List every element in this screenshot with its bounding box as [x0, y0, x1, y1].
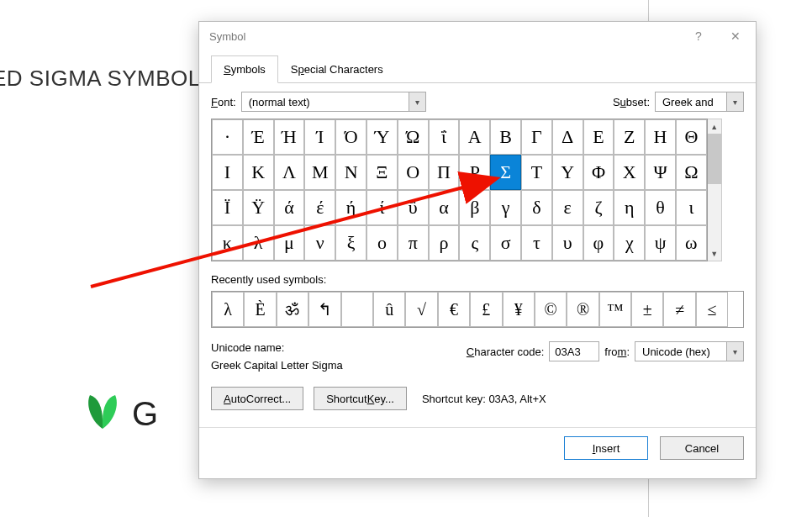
- recent-symbol-cell[interactable]: ≤: [696, 292, 728, 327]
- symbol-cell[interactable]: Σ: [490, 155, 521, 190]
- symbol-cell[interactable]: ε: [552, 190, 583, 225]
- recent-symbol-cell[interactable]: ±: [631, 292, 663, 327]
- symbol-cell[interactable]: ή: [335, 190, 366, 225]
- recent-symbol-cell[interactable]: È: [244, 292, 276, 327]
- scroll-up-button[interactable]: ▲: [708, 119, 721, 134]
- symbol-cell[interactable]: Ό: [335, 119, 366, 155]
- symbol-cell[interactable]: τ: [521, 225, 552, 261]
- symbol-cell[interactable]: Π: [429, 155, 460, 190]
- symbol-cell[interactable]: έ: [304, 190, 335, 225]
- recent-symbol-cell[interactable]: ™: [599, 292, 631, 327]
- symbol-cell[interactable]: Ύ: [366, 119, 398, 155]
- symbol-cell[interactable]: Β: [490, 119, 521, 155]
- symbol-cell[interactable]: ν: [304, 225, 335, 261]
- symbol-cell[interactable]: Ϊ: [212, 190, 243, 225]
- symbol-cell[interactable]: α: [429, 190, 460, 225]
- symbol-cell[interactable]: Ρ: [459, 155, 490, 190]
- symbol-cell[interactable]: Λ: [274, 155, 305, 190]
- symbol-cell[interactable]: ά: [274, 190, 305, 225]
- scroll-thumb[interactable]: [708, 134, 721, 184]
- symbol-cell[interactable]: ς: [459, 225, 490, 261]
- recent-symbol-cell[interactable]: ≠: [663, 292, 695, 327]
- symbol-cell[interactable]: Κ: [243, 155, 274, 190]
- recent-symbol-cell[interactable]: λ: [212, 292, 244, 327]
- symbol-cell[interactable]: ·: [212, 119, 243, 155]
- symbol-cell[interactable]: Ώ: [398, 119, 429, 155]
- symbol-cell[interactable]: Ψ: [645, 155, 676, 190]
- symbol-cell[interactable]: Φ: [583, 155, 614, 190]
- symbol-cell[interactable]: ο: [366, 225, 398, 261]
- symbol-cell[interactable]: Ί: [304, 119, 335, 155]
- symbol-cell[interactable]: ξ: [335, 225, 366, 261]
- recent-symbol-cell[interactable]: √: [405, 292, 437, 327]
- symbol-cell[interactable]: ζ: [583, 190, 614, 225]
- symbol-cell[interactable]: π: [398, 225, 429, 261]
- recent-symbol-cell[interactable]: [341, 292, 373, 327]
- font-select-chevron[interactable]: ▾: [409, 92, 425, 111]
- symbol-cell[interactable]: Χ: [614, 155, 645, 190]
- symbol-cell[interactable]: γ: [490, 190, 521, 225]
- symbol-cell[interactable]: Τ: [521, 155, 552, 190]
- symbol-cell[interactable]: χ: [614, 225, 645, 261]
- symbol-cell[interactable]: Ν: [335, 155, 366, 190]
- symbol-cell[interactable]: Ξ: [366, 155, 398, 190]
- symbol-cell[interactable]: λ: [243, 225, 274, 261]
- symbol-cell[interactable]: Ζ: [614, 119, 645, 155]
- symbol-cell[interactable]: Ο: [398, 155, 429, 190]
- grid-scrollbar[interactable]: ▲ ▼: [708, 119, 722, 261]
- symbol-cell[interactable]: Δ: [552, 119, 583, 155]
- close-button[interactable]: ✕: [717, 24, 754, 49]
- recent-symbol-cell[interactable]: ↰: [308, 292, 340, 327]
- symbol-cell[interactable]: Ε: [583, 119, 614, 155]
- unicode-name-label: Unicode name:: [211, 341, 460, 354]
- from-select-chevron[interactable]: ▾: [726, 342, 743, 361]
- symbol-cell[interactable]: Γ: [521, 119, 552, 155]
- symbol-cell[interactable]: δ: [521, 190, 552, 225]
- symbol-cell[interactable]: ψ: [645, 225, 676, 261]
- recent-symbol-cell[interactable]: £: [470, 292, 502, 327]
- recent-symbol-cell[interactable]: ®: [567, 292, 598, 327]
- symbol-cell[interactable]: Ϋ: [243, 190, 274, 225]
- symbol-cell[interactable]: ω: [676, 225, 707, 261]
- symbol-cell[interactable]: ι: [676, 190, 707, 225]
- symbol-cell[interactable]: Υ: [552, 155, 583, 190]
- symbol-cell[interactable]: μ: [274, 225, 305, 261]
- symbol-cell[interactable]: Ω: [676, 155, 707, 190]
- symbol-cell[interactable]: Έ: [243, 119, 274, 155]
- subset-select[interactable]: Greek and ▾: [655, 92, 744, 112]
- char-code-input[interactable]: [549, 341, 599, 361]
- help-button[interactable]: ?: [680, 24, 717, 49]
- symbol-cell[interactable]: Ι: [212, 155, 243, 190]
- scroll-down-button[interactable]: ▼: [708, 246, 721, 261]
- symbol-cell[interactable]: ΐ: [429, 119, 460, 155]
- recent-symbol-cell[interactable]: ©: [535, 292, 567, 327]
- recent-symbol-cell[interactable]: û: [373, 292, 405, 327]
- symbol-cell[interactable]: σ: [490, 225, 521, 261]
- font-select[interactable]: (normal text) ▾: [241, 92, 426, 112]
- recent-symbol-cell[interactable]: ¥: [503, 292, 535, 327]
- symbol-cell[interactable]: θ: [645, 190, 676, 225]
- symbol-cell[interactable]: φ: [583, 225, 614, 261]
- symbol-cell[interactable]: Ή: [274, 119, 305, 155]
- symbol-cell[interactable]: Μ: [304, 155, 335, 190]
- subset-select-chevron[interactable]: ▾: [726, 92, 743, 111]
- autocorrect-button[interactable]: AutoCorrect...: [211, 387, 303, 410]
- symbol-cell[interactable]: Α: [459, 119, 490, 155]
- shortcut-key-button[interactable]: Shortcut Key...: [314, 387, 407, 410]
- symbol-cell[interactable]: κ: [212, 225, 243, 261]
- symbol-cell[interactable]: ί: [366, 190, 398, 225]
- recent-symbol-cell[interactable]: ॐ: [277, 292, 308, 327]
- tab-special[interactable]: Special Characters: [278, 55, 396, 82]
- symbol-cell[interactable]: ΰ: [398, 190, 429, 225]
- cancel-button[interactable]: Cancel: [660, 436, 744, 460]
- tab-symbols[interactable]: Symbols: [211, 55, 278, 83]
- symbol-cell[interactable]: β: [459, 190, 490, 225]
- symbol-cell[interactable]: υ: [552, 225, 583, 261]
- symbol-cell[interactable]: Θ: [676, 119, 707, 155]
- symbol-cell[interactable]: ρ: [429, 225, 460, 261]
- symbol-cell[interactable]: Η: [645, 119, 676, 155]
- insert-button[interactable]: Insert: [564, 436, 648, 460]
- symbol-cell[interactable]: η: [614, 190, 645, 225]
- recent-symbol-cell[interactable]: €: [438, 292, 470, 327]
- from-select[interactable]: Unicode (hex) ▾: [635, 341, 744, 361]
